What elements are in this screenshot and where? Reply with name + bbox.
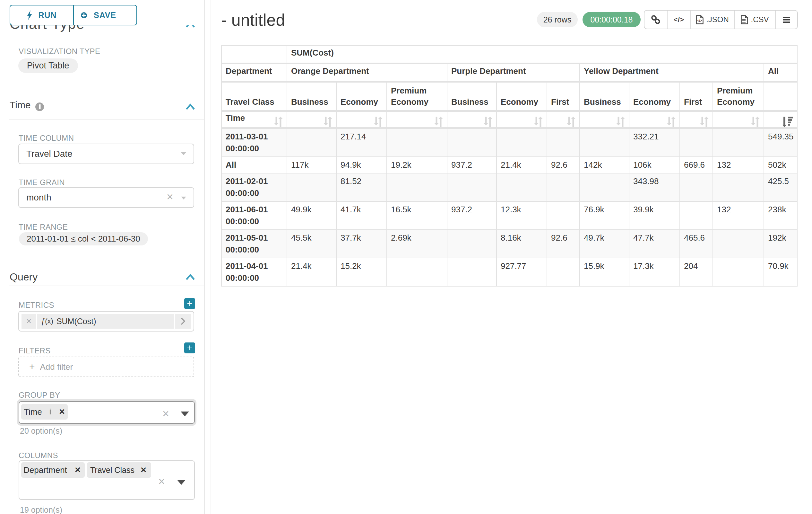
svg-text:</>: </> (697, 19, 702, 23)
